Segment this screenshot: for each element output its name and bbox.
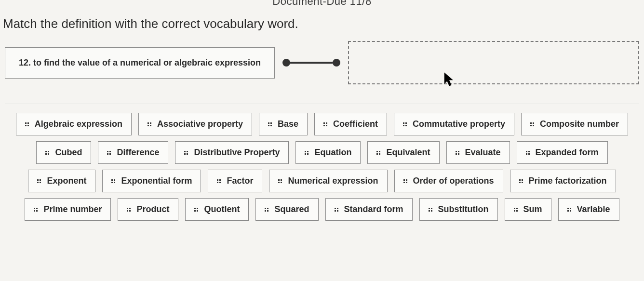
word-tile-label: Standard form xyxy=(344,204,403,214)
word-tile-label: Factor xyxy=(227,176,253,186)
grip-icon xyxy=(567,208,571,212)
word-tile[interactable]: Prime factorization xyxy=(510,170,616,192)
word-tile-label: Variable xyxy=(577,204,610,214)
grip-icon xyxy=(456,151,459,155)
grip-icon xyxy=(305,151,309,155)
grip-icon xyxy=(194,208,198,212)
grip-icon xyxy=(45,151,49,155)
word-tile[interactable]: Substitution xyxy=(419,198,498,221)
grip-icon xyxy=(34,208,38,212)
word-tile-label: Coefficient xyxy=(333,119,378,129)
word-tile-label: Cubed xyxy=(55,147,82,158)
grip-icon xyxy=(514,208,518,212)
grip-icon xyxy=(217,179,221,183)
word-tile-label: Equivalent xyxy=(386,147,430,158)
grip-icon xyxy=(25,122,29,126)
word-tile-label: Distributive Property xyxy=(194,147,280,158)
word-tile[interactable]: Commutative property xyxy=(394,113,514,135)
word-tile-label: Exponent xyxy=(47,176,86,186)
word-tile-label: Numerical expression xyxy=(288,176,378,186)
connector-line xyxy=(290,62,333,64)
word-bank: Algebraic expressionAssociative property… xyxy=(5,104,639,227)
word-tile[interactable]: Associative property xyxy=(138,113,252,135)
question-text: to find the value of a numerical or alge… xyxy=(33,58,261,67)
word-tile-label: Squared xyxy=(274,204,309,214)
word-tile[interactable]: Equivalent xyxy=(367,141,439,164)
word-tile-label: Order of operations xyxy=(413,176,494,186)
word-tile[interactable]: Expanded form xyxy=(517,141,608,164)
word-tile-label: Quotient xyxy=(204,204,240,214)
word-tile-label: Sum xyxy=(523,204,542,214)
word-tile[interactable]: Prime number xyxy=(25,198,111,221)
word-tile-label: Prime number xyxy=(43,204,102,214)
word-tile[interactable]: Equation xyxy=(295,141,361,164)
word-tile[interactable]: Difference xyxy=(98,141,168,164)
word-tile[interactable]: Algebraic expression xyxy=(16,113,132,135)
connector-dot-right xyxy=(333,59,340,67)
word-tile[interactable]: Variable xyxy=(558,198,619,221)
word-tile[interactable]: Composite number xyxy=(521,113,628,135)
grip-icon xyxy=(184,151,188,155)
word-tile[interactable]: Coefficient xyxy=(314,113,387,135)
word-tile[interactable]: Evaluate xyxy=(446,141,510,164)
word-tile-label: Expanded form xyxy=(536,147,599,158)
word-tile[interactable]: Cubed xyxy=(36,141,91,164)
grip-icon xyxy=(335,208,338,212)
connector xyxy=(282,59,340,67)
word-tile-label: Equation xyxy=(314,147,351,158)
work-area: 12. to find the value of a numerical or … xyxy=(0,41,644,227)
word-tile-label: Exponential form xyxy=(121,176,192,186)
word-tile[interactable]: Squared xyxy=(255,198,318,221)
question-number: 12. xyxy=(19,58,31,67)
word-tile-label: Substitution xyxy=(438,204,489,214)
grip-icon xyxy=(278,179,282,183)
word-tile[interactable]: Standard form xyxy=(325,198,413,221)
word-tile[interactable]: Quotient xyxy=(185,198,249,221)
word-tile[interactable]: Order of operations xyxy=(394,170,503,192)
grip-icon xyxy=(530,122,534,126)
definition-card: 12. to find the value of a numerical or … xyxy=(5,47,275,79)
word-tile[interactable]: Numerical expression xyxy=(269,170,387,192)
grip-icon xyxy=(268,122,272,126)
grip-icon xyxy=(403,122,407,126)
word-tile[interactable]: Exponential form xyxy=(102,170,201,192)
connector-dot-left xyxy=(282,59,290,67)
word-tile-label: Commutative property xyxy=(413,119,505,129)
grip-icon xyxy=(429,208,432,212)
partial-header: Document-Due 11/8 xyxy=(0,0,644,8)
word-tile-label: Associative property xyxy=(157,119,243,129)
word-tile-label: Prime factorization xyxy=(529,176,607,186)
word-tile-label: Base xyxy=(278,119,298,129)
grip-icon xyxy=(37,179,41,183)
grip-icon xyxy=(519,179,523,183)
word-tile[interactable]: Factor xyxy=(208,170,262,192)
grip-icon xyxy=(403,179,407,183)
answer-drop-zone[interactable] xyxy=(348,41,639,84)
grip-icon xyxy=(265,208,268,212)
grip-icon xyxy=(376,151,380,155)
match-row: 12. to find the value of a numerical or … xyxy=(5,41,639,84)
grip-icon xyxy=(111,179,115,183)
word-tile-label: Product xyxy=(136,204,169,214)
word-tile[interactable]: Base xyxy=(259,113,308,135)
word-tile[interactable]: Exponent xyxy=(28,170,95,192)
grip-icon xyxy=(526,151,530,155)
word-tile-label: Evaluate xyxy=(465,147,501,158)
word-tile[interactable]: Sum xyxy=(505,198,551,221)
grip-icon xyxy=(323,122,327,126)
grip-icon xyxy=(107,151,111,155)
word-tile-label: Composite number xyxy=(540,119,619,129)
grip-icon xyxy=(148,122,151,126)
grip-icon xyxy=(127,208,131,212)
word-tile[interactable]: Product xyxy=(118,198,178,221)
word-tile-label: Algebraic expression xyxy=(35,119,122,129)
instruction-text: Match the definition with the correct vo… xyxy=(0,8,644,41)
word-tile-label: Difference xyxy=(117,147,159,158)
word-tile[interactable]: Distributive Property xyxy=(175,141,289,164)
